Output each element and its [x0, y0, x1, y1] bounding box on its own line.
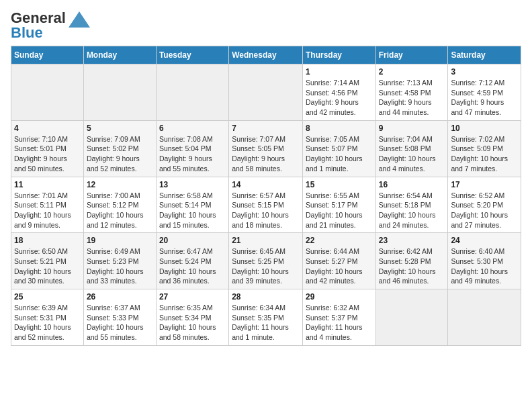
column-header-tuesday: Tuesday: [156, 46, 228, 64]
day-info: Sunrise: 6:40 AM Sunset: 5:30 PM Dayligh…: [451, 246, 518, 286]
calendar-cell: 4Sunrise: 7:10 AM Sunset: 5:01 PM Daylig…: [11, 120, 84, 177]
calendar-cell: 25Sunrise: 6:39 AM Sunset: 5:31 PM Dayli…: [11, 289, 84, 346]
calendar-cell: 13Sunrise: 6:58 AM Sunset: 5:14 PM Dayli…: [156, 177, 228, 233]
calendar-header: SundayMondayTuesdayWednesdayThursdayFrid…: [11, 46, 521, 64]
calendar-cell: 27Sunrise: 6:35 AM Sunset: 5:34 PM Dayli…: [156, 289, 228, 346]
day-number: 21: [232, 236, 300, 245]
day-info: Sunrise: 6:49 AM Sunset: 5:23 PM Dayligh…: [87, 246, 153, 286]
calendar-cell: 1Sunrise: 7:14 AM Sunset: 4:56 PM Daylig…: [302, 64, 375, 121]
calendar-cell: 3Sunrise: 7:12 AM Sunset: 4:59 PM Daylig…: [448, 64, 521, 121]
logo-blue: Blue: [11, 24, 43, 41]
calendar-cell: 20Sunrise: 6:47 AM Sunset: 5:24 PM Dayli…: [156, 233, 228, 289]
calendar-cell: 16Sunrise: 6:54 AM Sunset: 5:18 PM Dayli…: [375, 177, 448, 233]
day-number: 18: [14, 236, 81, 245]
column-header-saturday: Saturday: [448, 46, 521, 64]
day-info: Sunrise: 6:42 AM Sunset: 5:28 PM Dayligh…: [379, 246, 445, 286]
calendar-cell: [156, 64, 228, 121]
day-info: Sunrise: 6:45 AM Sunset: 5:25 PM Dayligh…: [232, 246, 300, 286]
day-info: Sunrise: 7:12 AM Sunset: 4:59 PM Dayligh…: [451, 78, 518, 118]
day-info: Sunrise: 6:44 AM Sunset: 5:27 PM Dayligh…: [306, 246, 373, 286]
day-info: Sunrise: 7:02 AM Sunset: 5:09 PM Dayligh…: [451, 134, 518, 174]
day-info: Sunrise: 7:05 AM Sunset: 5:07 PM Dayligh…: [306, 134, 373, 174]
calendar-cell: 6Sunrise: 7:08 AM Sunset: 5:04 PM Daylig…: [156, 120, 228, 177]
day-number: 3: [451, 67, 518, 77]
calendar-cell: 23Sunrise: 6:42 AM Sunset: 5:28 PM Dayli…: [375, 233, 448, 289]
day-info: Sunrise: 6:32 AM Sunset: 5:37 PM Dayligh…: [306, 303, 373, 342]
logo-icon: [69, 11, 90, 28]
day-number: 9: [379, 124, 445, 133]
day-number: 15: [306, 180, 373, 189]
day-info: Sunrise: 7:13 AM Sunset: 4:58 PM Dayligh…: [379, 78, 445, 118]
day-info: Sunrise: 6:47 AM Sunset: 5:24 PM Dayligh…: [159, 246, 226, 286]
calendar-cell: 18Sunrise: 6:50 AM Sunset: 5:21 PM Dayli…: [11, 233, 84, 289]
calendar-cell: [11, 64, 84, 121]
day-number: 4: [14, 124, 81, 133]
calendar-cell: [83, 64, 156, 121]
day-number: 1: [306, 67, 373, 77]
day-number: 19: [87, 236, 153, 245]
day-info: Sunrise: 6:52 AM Sunset: 5:20 PM Dayligh…: [451, 191, 518, 230]
calendar-cell: 2Sunrise: 7:13 AM Sunset: 4:58 PM Daylig…: [375, 64, 448, 121]
column-header-sunday: Sunday: [11, 46, 84, 64]
day-info: Sunrise: 6:55 AM Sunset: 5:17 PM Dayligh…: [306, 191, 373, 230]
calendar-cell: 19Sunrise: 6:49 AM Sunset: 5:23 PM Dayli…: [83, 233, 156, 289]
day-number: 5: [87, 124, 153, 133]
day-info: Sunrise: 6:54 AM Sunset: 5:18 PM Dayligh…: [379, 191, 445, 230]
day-number: 11: [14, 180, 81, 189]
calendar-week-row: 11Sunrise: 7:01 AM Sunset: 5:11 PM Dayli…: [11, 177, 521, 233]
day-number: 29: [306, 292, 373, 302]
calendar-cell: 28Sunrise: 6:34 AM Sunset: 5:35 PM Dayli…: [229, 289, 303, 346]
calendar-cell: 5Sunrise: 7:09 AM Sunset: 5:02 PM Daylig…: [83, 120, 156, 177]
day-info: Sunrise: 6:50 AM Sunset: 5:21 PM Dayligh…: [14, 246, 81, 286]
column-header-friday: Friday: [375, 46, 448, 64]
calendar-cell: 21Sunrise: 6:45 AM Sunset: 5:25 PM Dayli…: [229, 233, 303, 289]
day-number: 24: [451, 236, 518, 245]
calendar-cell: 15Sunrise: 6:55 AM Sunset: 5:17 PM Dayli…: [302, 177, 375, 233]
day-info: Sunrise: 7:07 AM Sunset: 5:05 PM Dayligh…: [232, 134, 300, 174]
calendar-cell: 17Sunrise: 6:52 AM Sunset: 5:20 PM Dayli…: [448, 177, 521, 233]
calendar-cell: 12Sunrise: 7:00 AM Sunset: 5:12 PM Dayli…: [83, 177, 156, 233]
day-number: 23: [379, 236, 445, 245]
calendar-cell: 8Sunrise: 7:05 AM Sunset: 5:07 PM Daylig…: [302, 120, 375, 177]
day-number: 20: [159, 236, 226, 245]
day-info: Sunrise: 7:04 AM Sunset: 5:08 PM Dayligh…: [379, 134, 445, 174]
day-info: Sunrise: 7:08 AM Sunset: 5:04 PM Dayligh…: [159, 134, 226, 174]
day-info: Sunrise: 7:00 AM Sunset: 5:12 PM Dayligh…: [87, 191, 153, 230]
calendar-cell: 22Sunrise: 6:44 AM Sunset: 5:27 PM Dayli…: [302, 233, 375, 289]
day-number: 6: [159, 124, 226, 133]
svg-marker-0: [69, 11, 90, 28]
day-info: Sunrise: 6:39 AM Sunset: 5:31 PM Dayligh…: [14, 303, 81, 342]
calendar-cell: [229, 64, 303, 121]
day-info: Sunrise: 6:34 AM Sunset: 5:35 PM Dayligh…: [232, 303, 300, 342]
day-number: 8: [306, 124, 373, 133]
day-info: Sunrise: 6:37 AM Sunset: 5:33 PM Dayligh…: [87, 303, 153, 342]
calendar-cell: 9Sunrise: 7:04 AM Sunset: 5:08 PM Daylig…: [375, 120, 448, 177]
column-header-thursday: Thursday: [302, 46, 375, 64]
day-number: 10: [451, 124, 518, 133]
calendar-week-row: 1Sunrise: 7:14 AM Sunset: 4:56 PM Daylig…: [11, 64, 521, 121]
day-number: 25: [14, 292, 81, 302]
calendar-cell: 29Sunrise: 6:32 AM Sunset: 5:37 PM Dayli…: [302, 289, 375, 346]
column-header-wednesday: Wednesday: [229, 46, 303, 64]
day-number: 17: [451, 180, 518, 189]
calendar-week-row: 25Sunrise: 6:39 AM Sunset: 5:31 PM Dayli…: [11, 289, 521, 346]
day-number: 16: [379, 180, 445, 189]
calendar-cell: 24Sunrise: 6:40 AM Sunset: 5:30 PM Dayli…: [448, 233, 521, 289]
day-number: 14: [232, 180, 300, 189]
day-info: Sunrise: 7:09 AM Sunset: 5:02 PM Dayligh…: [87, 134, 153, 174]
day-info: Sunrise: 7:10 AM Sunset: 5:01 PM Dayligh…: [14, 134, 81, 174]
day-info: Sunrise: 6:58 AM Sunset: 5:14 PM Dayligh…: [159, 191, 226, 230]
day-number: 12: [87, 180, 153, 189]
day-number: 13: [159, 180, 226, 189]
day-number: 26: [87, 292, 153, 302]
day-number: 7: [232, 124, 300, 133]
calendar-cell: 10Sunrise: 7:02 AM Sunset: 5:09 PM Dayli…: [448, 120, 521, 177]
day-number: 22: [306, 236, 373, 245]
calendar-cell: 11Sunrise: 7:01 AM Sunset: 5:11 PM Dayli…: [11, 177, 84, 233]
calendar-cell: 26Sunrise: 6:37 AM Sunset: 5:33 PM Dayli…: [83, 289, 156, 346]
calendar-cell: [375, 289, 448, 346]
day-number: 2: [379, 67, 445, 77]
logo: General Blue: [11, 11, 90, 40]
calendar-table: SundayMondayTuesdayWednesdayThursdayFrid…: [11, 46, 521, 346]
calendar-week-row: 4Sunrise: 7:10 AM Sunset: 5:01 PM Daylig…: [11, 120, 521, 177]
